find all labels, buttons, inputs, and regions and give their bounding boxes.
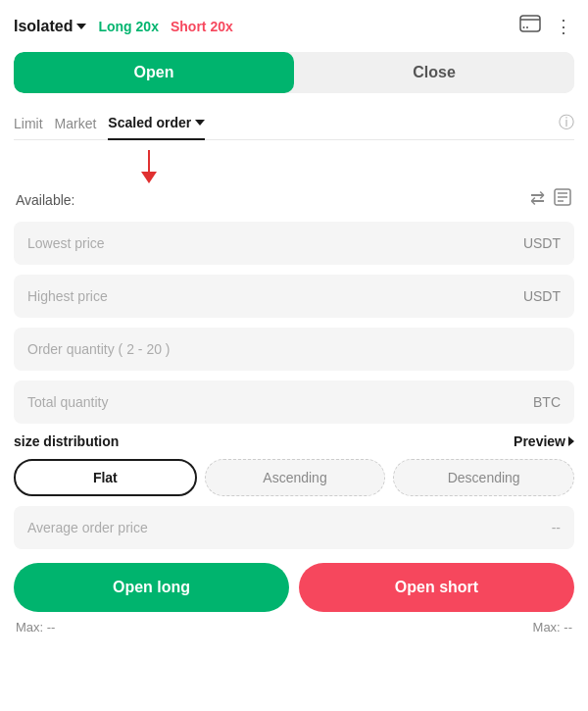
red-arrow-line [148, 150, 150, 172]
refresh-icon[interactable]: ⇄ [530, 187, 545, 212]
max-left: Max: -- [16, 620, 55, 635]
open-tab[interactable]: Open [14, 52, 294, 93]
max-right: Max: -- [533, 620, 572, 635]
header-row: Isolated Long 20x Short 20x ⋮ [14, 12, 574, 40]
header-left: Isolated Long 20x Short 20x [14, 18, 233, 35]
order-qty-field[interactable]: Order quantity ( 2 - 20 ) [14, 328, 574, 371]
transfer-icon[interactable] [517, 12, 543, 40]
lowest-price-field[interactable]: Lowest price USDT [14, 222, 574, 265]
descending-button[interactable]: Descending [393, 459, 574, 496]
header-icons: ⋮ [517, 12, 574, 40]
total-qty-field[interactable]: Total quantity BTC [14, 381, 574, 424]
avg-price-placeholder: Average order price [27, 520, 148, 535]
isolated-dropdown[interactable]: Isolated [14, 18, 86, 35]
distribution-buttons: Flat Ascending Descending [14, 459, 574, 496]
avg-order-price-field[interactable]: Average order price -- [14, 506, 574, 549]
svg-rect-0 [520, 16, 540, 31]
available-icons: ⇄ [530, 187, 572, 212]
open-short-button[interactable]: Open short [299, 563, 574, 612]
available-label: Available: [16, 192, 74, 208]
flat-button[interactable]: Flat [14, 459, 197, 496]
avg-price-value: -- [552, 520, 561, 535]
red-arrow-pointer [141, 150, 157, 183]
total-qty-unit: BTC [533, 394, 561, 410]
scaled-order-arrow-icon [195, 120, 205, 126]
ascending-button[interactable]: Ascending [205, 459, 386, 496]
size-distribution-label: size distribution [14, 433, 119, 449]
order-qty-placeholder: Order quantity ( 2 - 20 ) [27, 341, 171, 357]
svg-point-1 [523, 26, 525, 28]
highest-price-field[interactable]: Highest price USDT [14, 275, 574, 318]
order-type-row: Limit Market Scaled order ⓘ [14, 107, 574, 140]
info-icon[interactable]: ⓘ [559, 113, 574, 133]
short-label: Short 20x [171, 19, 233, 34]
history-icon[interactable] [553, 187, 572, 212]
arrow-annotation [14, 150, 574, 185]
market-tab[interactable]: Market [55, 108, 109, 139]
limit-tab[interactable]: Limit [14, 108, 55, 139]
isolated-text: Isolated [14, 18, 73, 35]
preview-button[interactable]: Preview [514, 433, 574, 449]
more-icon[interactable]: ⋮ [553, 14, 574, 39]
lowest-price-placeholder: Lowest price [27, 235, 105, 251]
oc-tabs: Open Close [14, 52, 574, 93]
svg-point-2 [526, 26, 528, 28]
scaled-order-dropdown[interactable]: Scaled order [108, 107, 205, 140]
preview-arrow-icon [568, 436, 574, 446]
lowest-price-unit: USDT [523, 235, 561, 251]
red-arrow-head [141, 172, 157, 183]
long-label: Long 20x [98, 19, 158, 34]
size-distribution-header: size distribution Preview [14, 433, 574, 449]
total-qty-placeholder: Total quantity [27, 394, 109, 410]
scaled-order-label: Scaled order [108, 115, 191, 130]
highest-price-placeholder: Highest price [27, 288, 108, 304]
preview-label: Preview [514, 433, 565, 449]
max-row: Max: -- Max: -- [14, 620, 574, 635]
action-buttons: Open long Open short [14, 563, 574, 612]
available-row: Available: ⇄ [14, 187, 574, 212]
close-tab[interactable]: Close [294, 52, 574, 93]
open-long-button[interactable]: Open long [14, 563, 289, 612]
isolated-arrow-icon [76, 24, 86, 29]
highest-price-unit: USDT [523, 288, 561, 304]
